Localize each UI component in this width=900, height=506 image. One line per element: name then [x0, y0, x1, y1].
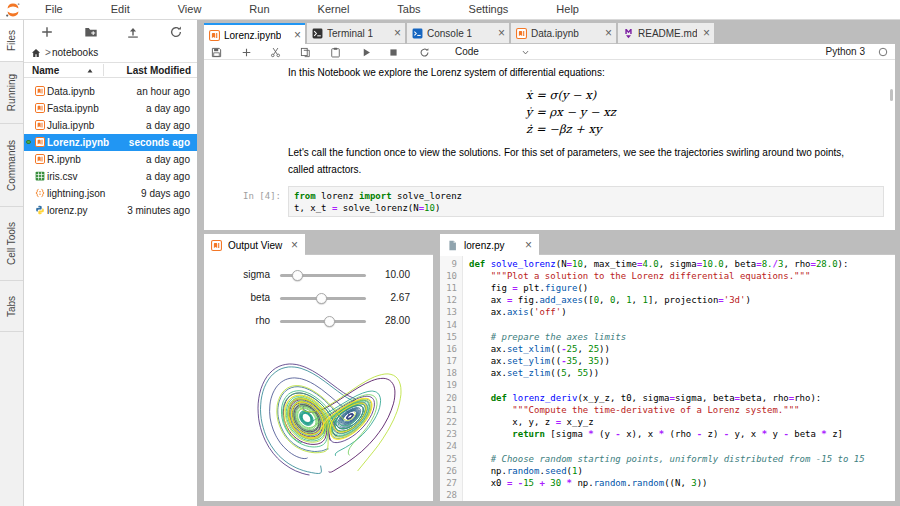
- close-icon[interactable]: ×: [285, 240, 298, 250]
- output-view-tab-bar: Output View ×: [204, 234, 433, 255]
- close-icon[interactable]: ×: [495, 28, 505, 38]
- menu-help[interactable]: Help: [532, 0, 603, 19]
- new-launcher-icon[interactable]: [40, 25, 54, 39]
- kernel-name[interactable]: Python 3: [826, 46, 865, 57]
- file-row-lorenz.py[interactable]: lorenz.py3 minutes ago: [24, 202, 197, 219]
- menu-file[interactable]: File: [45, 0, 87, 19]
- code-cell-input[interactable]: from lorenz import solve_lorenzt, x_t = …: [288, 186, 884, 217]
- paste-icon[interactable]: [330, 47, 341, 58]
- sidebar-tab-tabs[interactable]: Tabs: [0, 281, 23, 332]
- file-row-Julia.ipynb[interactable]: Julia.ipynba day ago: [24, 117, 197, 134]
- line-number: 21: [440, 404, 457, 416]
- tab-terminal-1[interactable]: Terminal 1×: [307, 23, 405, 44]
- caret-down-icon[interactable]: [521, 48, 530, 57]
- editor-line-18: 18 ax.set_zlim((5, 55)): [440, 367, 895, 379]
- cut-icon[interactable]: [270, 47, 281, 58]
- column-header-modified[interactable]: Last Modified: [127, 65, 191, 76]
- stop-icon[interactable]: [388, 47, 399, 58]
- home-icon[interactable]: [31, 48, 41, 58]
- editor-line-16: 16 ax.set_xlim((-25, 25)): [440, 343, 895, 355]
- menu-settings[interactable]: Settings: [445, 0, 533, 19]
- file-list-header: Name Last Modified: [24, 62, 197, 78]
- menu-run[interactable]: Run: [225, 0, 293, 19]
- sort-caret-up-icon[interactable]: [86, 67, 94, 75]
- tab-console-1[interactable]: Console 1×: [407, 23, 509, 44]
- line-number: 23: [440, 428, 457, 440]
- refresh-icon[interactable]: [169, 25, 183, 39]
- notebook-icon: [35, 103, 45, 113]
- file-row-Lorenz.ipynb[interactable]: Lorenz.ipynbseconds ago: [24, 134, 197, 151]
- tab-label: Output View: [228, 240, 282, 251]
- kernel-idle-circle-icon[interactable]: [878, 47, 888, 57]
- file-browser-toolbar: [24, 20, 197, 44]
- menu-edit[interactable]: Edit: [87, 0, 154, 19]
- slider-handle[interactable]: [324, 316, 335, 327]
- python-icon: [35, 205, 45, 215]
- code-text: # Choose random starting points, uniform…: [469, 453, 865, 465]
- file-row-R.ipynb[interactable]: R.ipynba day ago: [24, 151, 197, 168]
- file-row-iris.csv[interactable]: iris.csva day ago: [24, 168, 197, 185]
- column-divider: [103, 64, 104, 76]
- code-text: ax.set_xlim((-25, 25)): [469, 343, 610, 355]
- copy-icon[interactable]: [300, 47, 311, 58]
- file-modified: 9 days ago: [141, 188, 190, 199]
- line-number: 10: [440, 270, 457, 282]
- file-row-Data.ipynb[interactable]: Data.ipynban hour ago: [24, 83, 197, 100]
- terminal-icon: [312, 28, 323, 39]
- tab-label: lorenz.py: [464, 240, 505, 251]
- tab-lorenz-ipynb[interactable]: Lorenz.ipynb×: [204, 23, 305, 45]
- line-number: 13: [440, 306, 457, 318]
- tab-lorenz-py[interactable]: lorenz.py ×: [440, 234, 539, 256]
- code-text: np.random.seed(1): [469, 465, 583, 477]
- tab-readme-md[interactable]: README.md×: [618, 23, 714, 44]
- editor-tab-bar: lorenz.py ×: [440, 234, 895, 255]
- file-modified: an hour ago: [137, 86, 190, 97]
- add-cell-icon[interactable]: [241, 47, 252, 58]
- breadcrumb-separator: >: [45, 47, 51, 58]
- column-header-name[interactable]: Name: [32, 65, 59, 76]
- file-browser: > notebooks Name Last Modified Data.ipyn…: [24, 20, 197, 506]
- tab-label: Terminal 1: [327, 28, 373, 39]
- close-icon[interactable]: ×: [519, 240, 532, 250]
- tab-label: Data.ipynb: [531, 28, 579, 39]
- notebook-scrollbar-thumb[interactable]: [890, 89, 894, 101]
- notebook-icon: [35, 154, 45, 164]
- close-icon[interactable]: ×: [602, 28, 612, 38]
- upload-icon[interactable]: [126, 25, 140, 39]
- csv-icon: [35, 171, 45, 181]
- close-icon[interactable]: ×: [291, 30, 301, 40]
- line-number: 28: [440, 489, 457, 501]
- file-name: R.ipynb: [47, 154, 81, 165]
- tab-label: Lorenz.ipynb: [224, 30, 281, 41]
- notebook-icon: [35, 86, 45, 96]
- slider-handle[interactable]: [292, 270, 303, 281]
- new-folder-icon[interactable]: [84, 25, 98, 39]
- tab-output-view[interactable]: Output View ×: [204, 234, 305, 256]
- sidebar-tab-running[interactable]: Running: [0, 62, 23, 125]
- file-row-Fasta.ipynb[interactable]: Fasta.ipynba day ago: [24, 100, 197, 117]
- menu-view[interactable]: View: [154, 0, 226, 19]
- run-icon[interactable]: [361, 47, 372, 58]
- restart-icon[interactable]: [419, 47, 430, 58]
- menu-kernel[interactable]: Kernel: [294, 0, 374, 19]
- line-number: 27: [440, 477, 457, 489]
- code-text: ax.axis('off'): [469, 306, 567, 318]
- tab-data-ipynb[interactable]: Data.ipynb×: [511, 23, 616, 44]
- breadcrumb-path[interactable]: notebooks: [52, 47, 98, 58]
- slider-readout: 2.67: [391, 292, 410, 303]
- menu-tabs[interactable]: Tabs: [373, 0, 444, 19]
- code-editor-panel[interactable]: 89def solve_lorenz(N=10, max_time=4.0, s…: [440, 255, 895, 501]
- code-text: return [sigma * (y - x), x * (rho - z) -…: [469, 428, 843, 440]
- slider-handle[interactable]: [316, 293, 327, 304]
- file-row-lightning.json[interactable]: lightning.json9 days ago: [24, 185, 197, 202]
- equation-line: ẏ= ρx − y − xz: [288, 104, 858, 121]
- sidebar-tab-cell-tools[interactable]: Cell Tools: [0, 207, 23, 281]
- breadcrumb: > notebooks: [24, 44, 197, 62]
- close-icon[interactable]: ×: [391, 28, 401, 38]
- left-sidebar-tabs: FilesRunningCommandsCell ToolsTabs: [0, 20, 24, 506]
- sidebar-tab-commands[interactable]: Commands: [0, 124, 23, 207]
- cell-type-dropdown[interactable]: Code: [455, 46, 479, 57]
- sidebar-tab-files[interactable]: Files: [0, 20, 23, 62]
- close-icon[interactable]: ×: [700, 28, 710, 38]
- save-icon[interactable]: [211, 47, 222, 58]
